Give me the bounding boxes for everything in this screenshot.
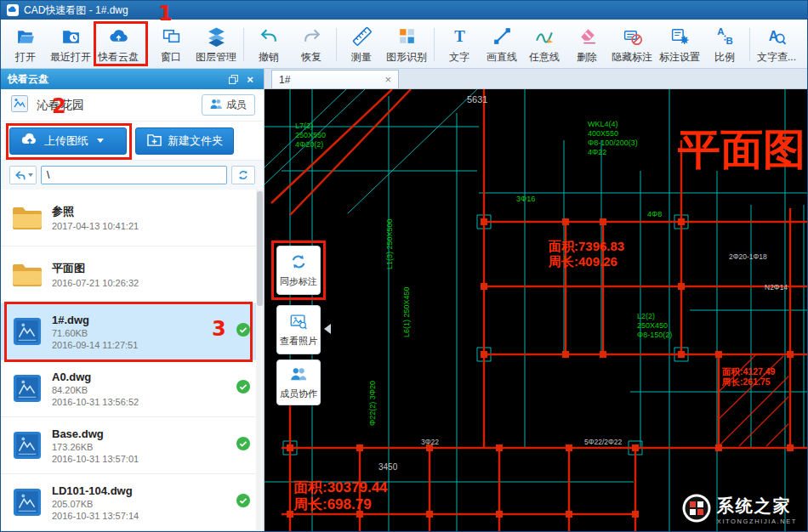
svg-text:A: A [717, 26, 724, 37]
tab-1[interactable]: 1# × [271, 70, 399, 88]
watermark-site: XITONGZHIJIA.NET [717, 518, 797, 525]
file-item-canzhao[interactable]: 参照 2017-04-13 10:41:21 [1, 190, 264, 246]
view-photos-label: 查看照片 [280, 335, 317, 348]
file-name: 1#.dwg [52, 314, 228, 326]
synced-check-icon [236, 323, 250, 340]
collapse-arrow-icon[interactable] [324, 324, 331, 334]
cad-canvas-container: 平面图 5631 3450 N2Φ14 2Φ20-1Φ18 5Φ22/2Φ22 … [265, 89, 807, 532]
view-photos-button[interactable]: 查看照片 [276, 305, 321, 354]
file-list-scrollbar[interactable] [256, 190, 264, 532]
file-item-a0-dwg[interactable]: A0.dwg 84.20KB 2016-10-31 13:56:52 [1, 360, 264, 417]
svg-text:Φ22(2) 3Φ20: Φ22(2) 3Φ20 [368, 381, 377, 426]
open-folder-icon [15, 25, 37, 49]
tab-close-icon[interactable]: × [384, 73, 391, 86]
dwg-file-icon [11, 374, 43, 403]
file-name: Base.dwg [52, 427, 228, 440]
toolbar-button-draw-line[interactable]: 画直线 [481, 22, 523, 67]
free-line-icon [534, 25, 555, 49]
svg-text:B: B [725, 35, 732, 45]
upload-dropdown-caret[interactable] [97, 139, 104, 143]
project-icon [9, 93, 30, 117]
svg-text:2Φ20-1Φ18: 2Φ20-1Φ18 [729, 252, 767, 261]
toolbar-button-undo[interactable]: 撤销 [248, 22, 290, 67]
toolbar-button-cloud[interactable]: 快看云盘 [94, 22, 142, 67]
toolbar-button-open[interactable]: 打开 [4, 22, 47, 67]
svg-text:4Φ22: 4Φ22 [588, 148, 606, 156]
back-dropdown-caret[interactable] [28, 173, 33, 177]
toolbar-label: 最近打开 [50, 50, 91, 65]
toolbar-button-shape-recognition[interactable]: 图形识别 [383, 22, 430, 67]
toolbar-button-layers[interactable]: 图层管理 [192, 22, 240, 67]
members-button[interactable]: 成员 [202, 94, 255, 116]
svg-text:L1(3) 250X500: L1(3) 250X500 [385, 218, 394, 269]
toolbar-separator [749, 28, 750, 61]
toolbar-label: 画直线 [487, 50, 517, 65]
sync-annotation-button[interactable]: 同步标注 [276, 246, 321, 295]
toolbar-button-free-line[interactable]: 任意线 [523, 22, 566, 67]
members-label: 成员 [226, 98, 247, 112]
file-date: 2016-10-31 13:57:14 [52, 511, 228, 521]
watermark-name: 系统之家 [717, 495, 797, 518]
drawing-area: 1# × [265, 69, 807, 532]
upload-drawing-button[interactable]: 上传图纸 [9, 127, 127, 155]
scale-icon: AB [714, 25, 736, 49]
toolbar-separator [243, 28, 244, 61]
toolbar-button-window[interactable]: 窗口 [150, 22, 192, 67]
upload-label: 上传图纸 [44, 133, 88, 149]
area-annotations: 面积:7396.83 周长:409.26 面积:30379.44 周长:698.… [293, 239, 776, 512]
scrollbar-thumb[interactable] [257, 191, 263, 306]
member-collaboration-button[interactable]: 成员协作 [276, 359, 321, 405]
file-list: 参照 2017-04-13 10:41:21 平面图 2016-07-21 10… [1, 190, 264, 532]
toolbar-label: 窗口 [161, 50, 181, 65]
photo-icon [289, 312, 308, 332]
file-date: 2017-04-13 10:41:21 [52, 221, 250, 231]
svg-text:5Φ22/2Φ22: 5Φ22/2Φ22 [584, 438, 623, 446]
ruler-icon [351, 25, 373, 49]
toolbar-button-hide-annotation[interactable]: 隐藏标注 [608, 22, 656, 67]
toolbar-button-redo[interactable]: 恢复 [290, 22, 333, 67]
svg-text:T: T [454, 26, 465, 44]
svg-text:4Φ20(2): 4Φ20(2) [295, 140, 323, 149]
toolbar-button-measure[interactable]: 测量 [340, 22, 383, 67]
refresh-button[interactable] [231, 166, 255, 184]
svg-text:WKL4(4): WKL4(4) [588, 120, 618, 128]
cad-canvas[interactable]: 平面图 5631 3450 N2Φ14 2Φ20-1Φ18 5Φ22/2Φ22 … [265, 89, 807, 532]
sync-icon [289, 252, 308, 273]
back-button[interactable] [9, 166, 37, 184]
toolbar-label: 快看云盘 [98, 50, 139, 65]
toolbar-label: 图层管理 [196, 50, 236, 65]
svg-text:400X550: 400X550 [588, 129, 618, 138]
toolbar-button-text-search[interactable]: A 文字查... [754, 22, 799, 67]
toolbar-button-annotation-settings[interactable]: 标注设置 [656, 22, 703, 67]
redo-icon [301, 25, 322, 49]
svg-text:3Φ22: 3Φ22 [421, 438, 439, 446]
member-collaboration-label: 成员协作 [280, 388, 317, 400]
cloud-panel-title: 快看云盘 [8, 72, 223, 87]
toolbar-button-delete[interactable]: 删除 [566, 22, 608, 67]
path-input[interactable] [41, 166, 227, 184]
svg-text:5631: 5631 [467, 94, 487, 105]
svg-text:L6(1) 250X450: L6(1) 250X450 [402, 286, 411, 337]
toolbar-button-scale[interactable]: AB 比例 [703, 22, 746, 67]
file-item-pingmiantu[interactable]: 平面图 2016-07-21 10:26:32 [1, 246, 264, 303]
toolbar-button-recent[interactable]: 最近打开 [47, 22, 94, 67]
svg-text:周长:409.26: 周长:409.26 [548, 254, 617, 269]
cloud-icon [108, 25, 129, 49]
toolbar-label: 任意线 [529, 50, 560, 65]
toolbar-label: 文字查... [757, 50, 796, 65]
file-item-base-dwg[interactable]: Base.dwg 173.26KB 2016-10-31 13:57:01 [1, 417, 264, 474]
new-folder-button[interactable]: 新建文件夹 [135, 127, 234, 155]
dwg-file-icon [11, 488, 43, 517]
upload-cloud-icon [20, 132, 39, 150]
cloud-panel-header[interactable]: 快看云盘 × [1, 69, 264, 89]
file-size: 84.20KB [52, 385, 228, 395]
close-panel-icon[interactable]: × [243, 72, 257, 86]
undo-icon [259, 25, 280, 49]
toolbar-button-text[interactable]: T 文字 [438, 22, 481, 67]
path-row [1, 161, 264, 190]
hide-annotation-icon [622, 25, 643, 49]
svg-text:面积:30379.44: 面积:30379.44 [293, 479, 388, 495]
file-item-ld101-dwg[interactable]: LD101-104.dwg 205.07KB 2016-10-31 13:57:… [1, 474, 264, 531]
float-panel-icon[interactable] [226, 72, 240, 86]
column-markers [287, 218, 794, 518]
